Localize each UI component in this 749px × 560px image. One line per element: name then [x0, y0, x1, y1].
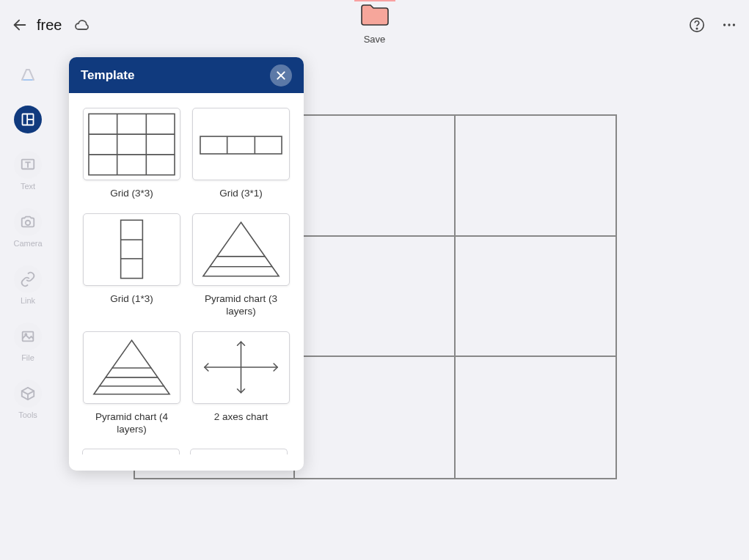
template-item-label: Grid (3*3)	[110, 188, 153, 200]
svg-point-3	[723, 23, 726, 26]
pen-icon	[19, 65, 37, 83]
help-icon	[689, 17, 705, 33]
template-item-grid-3x3[interactable]: Grid (3*3)	[82, 108, 181, 200]
svg-rect-23	[121, 221, 143, 279]
sidebar-item-file[interactable]: File	[14, 323, 42, 362]
cloud-icon	[73, 16, 91, 34]
template-panel: Template Grid (3*3)	[69, 57, 304, 471]
template-item-pyramid-4[interactable]: Pyramid chart (4 layers)	[82, 331, 181, 436]
save-label: Save	[364, 34, 386, 45]
template-peek-item	[190, 449, 288, 454]
sidebar-item-link[interactable]: Link	[14, 265, 42, 305]
template-item-grid-3x1[interactable]: Grid (3*1)	[191, 108, 291, 200]
template-item-pyramid-3[interactable]: Pyramid chart (3 layers)	[191, 213, 291, 318]
template-item-2-axes[interactable]: 2 axes chart	[191, 331, 291, 436]
sidebar-item-label: Link	[21, 296, 35, 305]
template-thumb	[83, 331, 180, 404]
template-thumb	[83, 213, 180, 286]
more-horizontal-icon	[721, 17, 737, 33]
template-thumb	[192, 213, 290, 286]
close-button[interactable]	[270, 65, 292, 86]
cloud-status[interactable]	[72, 15, 92, 35]
template-item-label: Grid (1*3)	[110, 293, 153, 306]
sidebar: Text Camera Link File Tools	[0, 56, 56, 419]
close-icon	[275, 70, 287, 81]
more-button[interactable]	[718, 14, 740, 36]
folder-icon	[360, 3, 390, 26]
grid-cell[interactable]	[456, 357, 615, 478]
save-button[interactable]	[358, 1, 392, 28]
template-thumb	[192, 108, 290, 180]
svg-point-4	[728, 23, 730, 26]
grid-cell[interactable]	[295, 237, 455, 358]
svg-point-5	[733, 23, 735, 26]
text-icon	[20, 157, 36, 173]
link-icon	[20, 271, 36, 287]
sidebar-item-label: Camera	[13, 239, 42, 248]
template-item-label: Pyramid chart (3 layers)	[195, 293, 287, 318]
camera-icon	[20, 214, 36, 230]
template-panel-header: Template	[69, 57, 304, 93]
svg-marker-26	[203, 223, 279, 276]
sidebar-item-text[interactable]: Text	[14, 151, 42, 191]
sidebar-item-label: Tools	[18, 410, 37, 419]
grid-cell[interactable]	[295, 357, 455, 478]
sidebar-item-template[interactable]	[14, 106, 42, 133]
tools-icon	[20, 386, 36, 402]
template-item-label: 2 axes chart	[214, 411, 268, 424]
grid-cell[interactable]	[295, 116, 455, 237]
save-group: Save	[358, 1, 392, 45]
template-panel-title: Template	[81, 68, 134, 83]
template-icon	[21, 112, 35, 127]
template-item-grid-1x3[interactable]: Grid (1*3)	[82, 213, 181, 318]
template-thumb	[83, 108, 180, 180]
file-icon	[20, 328, 36, 345]
sidebar-item-label: Text	[21, 182, 35, 191]
svg-point-10	[26, 221, 30, 225]
arrow-left-icon	[12, 17, 28, 33]
grid-cell[interactable]	[456, 116, 615, 237]
template-thumb	[192, 331, 290, 404]
template-panel-body[interactable]: Grid (3*3) Grid (3*1) Grid (1*3)	[69, 93, 304, 471]
sidebar-item-camera[interactable]: Camera	[13, 208, 42, 248]
template-peek-item	[82, 449, 180, 454]
grid-cell[interactable]	[456, 237, 615, 358]
folder-accent	[354, 0, 395, 1]
svg-rect-20	[200, 136, 282, 154]
sidebar-item-label: File	[21, 353, 34, 362]
svg-rect-15	[89, 114, 175, 174]
svg-point-12	[25, 334, 26, 335]
back-button[interactable]	[9, 14, 31, 36]
template-item-label: Grid (3*1)	[219, 188, 263, 200]
document-title[interactable]: free	[37, 17, 62, 34]
topbar-right	[686, 14, 740, 36]
template-overflow-peek	[82, 449, 291, 454]
sidebar-item-pen[interactable]	[14, 60, 42, 88]
sidebar-item-tools[interactable]: Tools	[14, 380, 42, 419]
help-button[interactable]	[686, 14, 708, 36]
template-item-label: Pyramid chart (4 layers)	[86, 411, 178, 436]
topbar: free Save	[0, 0, 749, 50]
svg-point-2	[696, 28, 697, 29]
